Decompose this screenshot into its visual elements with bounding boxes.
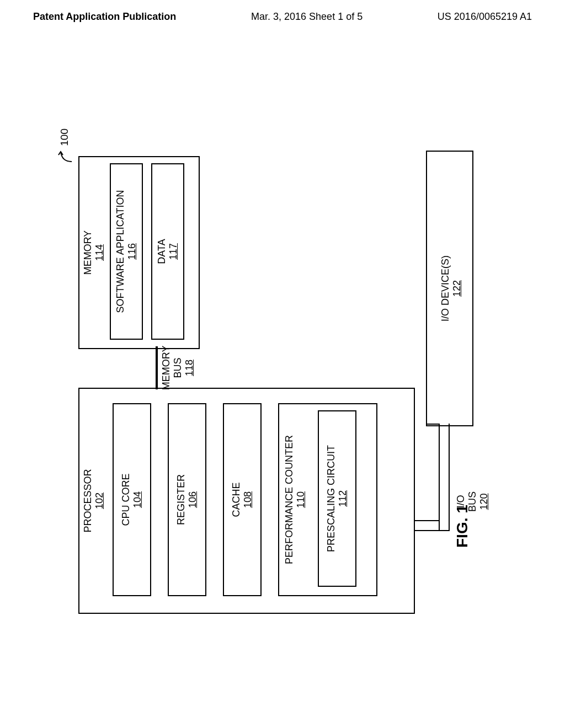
memory-bus-label: MEMORY BUS (161, 346, 184, 390)
curve-arrow-icon (56, 146, 73, 163)
data-label: DATA (156, 239, 168, 264)
register-box: REGISTER 106 (168, 403, 206, 596)
cache-num: 108 (242, 491, 254, 508)
prescaling-box: PRESCALING CIRCUIT 112 (318, 410, 356, 587)
io-device-box: I/O DEVICE(S) 122 (426, 151, 473, 426)
diagram: 100 PROCESSOR 102 CPU CORE 104 REGISTER … (78, 159, 487, 614)
io-device-num: 122 (451, 280, 463, 297)
data-box: DATA 117 (151, 163, 184, 340)
perf-counter-label: PERFORMANCE COUNTER (284, 435, 295, 564)
cpu-core-num: 104 (132, 491, 143, 508)
page-header: Patent Application Publication Mar. 3, 2… (0, 0, 565, 28)
cpu-core-label: CPU CORE (120, 474, 132, 526)
software-num: 116 (126, 243, 138, 260)
software-box: SOFTWARE APPLICATION 116 (110, 163, 143, 340)
memory-box: MEMORY 114 SOFTWARE APPLICATION 116 DATA… (78, 156, 200, 349)
memory-bus: MEMORY BUS 118 (156, 346, 158, 390)
header-center: Mar. 3, 2016 Sheet 1 of 5 (251, 11, 363, 23)
data-num: 117 (168, 243, 179, 260)
header-left: Patent Application Publication (33, 11, 176, 23)
processor-label: PROCESSOR (82, 469, 94, 532)
prescaling-num: 112 (337, 490, 349, 507)
io-bus-num: 120 (478, 491, 490, 512)
cpu-core-box: CPU CORE 104 (113, 403, 151, 596)
processor-box: PROCESSOR 102 CPU CORE 104 REGISTER 106 … (78, 388, 415, 614)
ref-100: 100 (56, 129, 73, 163)
memory-bus-num: 118 (184, 346, 195, 390)
io-device-label: I/O DEVICE(S) (440, 255, 451, 322)
ref-100-text: 100 (58, 129, 71, 146)
perf-counter-num: 110 (295, 491, 307, 508)
perf-counter-box: PERFORMANCE COUNTER 110 PRESCALING CIRCU… (278, 403, 377, 596)
register-num: 106 (187, 491, 199, 508)
cache-label: CACHE (231, 483, 242, 517)
processor-num: 102 (94, 493, 105, 509)
memory-label: MEMORY (82, 231, 94, 275)
software-label: SOFTWARE APPLICATION (115, 190, 126, 313)
prescaling-label: PRESCALING CIRCUIT (326, 445, 337, 552)
register-label: REGISTER (175, 474, 187, 525)
header-right: US 2016/0065219 A1 (438, 11, 532, 23)
memory-num: 114 (94, 244, 105, 261)
figure-label: FIG. 1 (454, 505, 471, 548)
cache-box: CACHE 108 (223, 403, 262, 596)
